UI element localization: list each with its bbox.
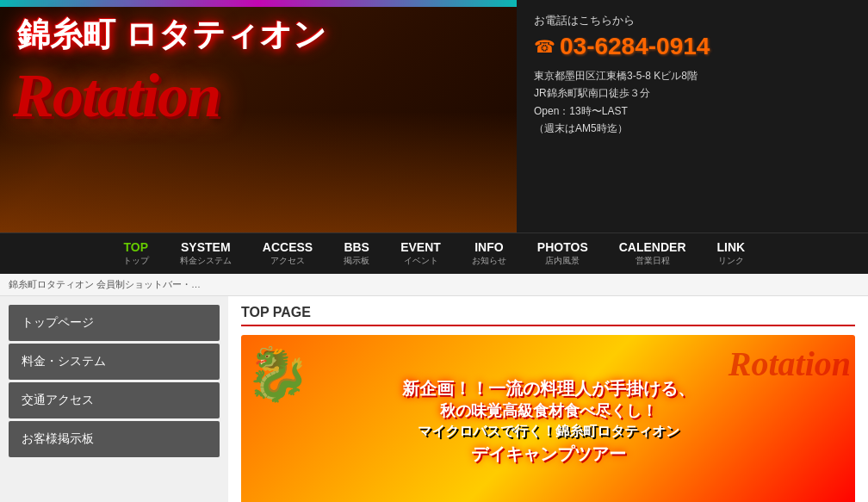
sidebar-item-label-access: 交通アクセス bbox=[22, 393, 94, 406]
logo-bg-bar bbox=[0, 0, 517, 7]
sidebar-item-bbs[interactable]: お客様掲示板 bbox=[9, 421, 220, 457]
logo-room-bg bbox=[0, 112, 517, 232]
phone-icon: ☎ bbox=[534, 36, 555, 57]
nav-sub-event: イベント bbox=[404, 255, 438, 267]
nav-item-top[interactable]: TOP トップ bbox=[108, 240, 164, 267]
nav-sub-bbs: 掲示板 bbox=[344, 255, 369, 267]
nav-label-info: INFO bbox=[474, 240, 503, 254]
address-line3: Open：13時〜LAST bbox=[534, 102, 851, 120]
banner-line2: 秋の味覚高級食材食べ尽くし！ bbox=[402, 400, 695, 422]
header-logo: 錦糸町 ロタティオン Rotation bbox=[0, 0, 517, 232]
sidebar-item-label-top: トップページ bbox=[22, 315, 94, 329]
sidebar-item-label-system: 料金・システム bbox=[22, 354, 106, 368]
address-line4: （週末はAM5時迄） bbox=[534, 120, 851, 137]
nav-label-bbs: BBS bbox=[344, 240, 369, 254]
banner: 🐉 新企画！！一流の料理人が手掛ける、 秋の味覚高級食材食べ尽くし！ マイクロバ… bbox=[241, 335, 855, 502]
sidebar: トップページ 料金・システム 交通アクセス お客様掲示板 bbox=[0, 296, 228, 502]
nav-item-calender[interactable]: CALENDER 営業日程 bbox=[604, 240, 702, 267]
address-line1: 東京都墨田区江東橋3-5-8 Kビル8階 bbox=[534, 67, 851, 84]
logo-title: 錦糸町 ロタティオン bbox=[17, 13, 326, 57]
nav-item-link[interactable]: LINK リンク bbox=[702, 240, 761, 267]
sidebar-item-access[interactable]: 交通アクセス bbox=[9, 382, 220, 418]
banner-line4: デイキャンプツアー bbox=[402, 442, 695, 466]
nav-item-system[interactable]: SYSTEM 料金システム bbox=[164, 240, 247, 267]
nav-sub-access: アクセス bbox=[270, 255, 305, 267]
sidebar-item-top[interactable]: トップページ bbox=[9, 305, 220, 341]
nav-label-event: EVENT bbox=[400, 240, 441, 254]
banner-logo-small: Rotation bbox=[728, 344, 851, 384]
address: 東京都墨田区江東橋3-5-8 Kビル8階 JR錦糸町駅南口徒歩３分 Open：1… bbox=[534, 67, 851, 138]
nav-label-top: TOP bbox=[124, 240, 149, 254]
banner-line3: マイクロバスで行く！錦糸町ロタティオン bbox=[402, 422, 695, 441]
nav-item-event[interactable]: EVENT イベント bbox=[385, 240, 456, 267]
nav-label-system: SYSTEM bbox=[181, 240, 231, 254]
nav-item-access[interactable]: ACCESS アクセス bbox=[247, 240, 328, 267]
content-area: TOP PAGE 🐉 新企画！！一流の料理人が手掛ける、 秋の味覚高級食材食べ尽… bbox=[228, 296, 868, 502]
breadcrumb: 錦糸町ロタティオン 会員制ショットバー・… bbox=[0, 274, 868, 296]
phone-row: ☎ 03-6284-0914 bbox=[534, 33, 851, 60]
banner-text: 新企画！！一流の料理人が手掛ける、 秋の味覚高級食材食べ尽くし！ マイクロバスで… bbox=[394, 368, 704, 474]
main-content: トップページ 料金・システム 交通アクセス お客様掲示板 TOP PAGE 🐉 … bbox=[0, 296, 868, 502]
banner-dragon-icon: 🐉 bbox=[245, 344, 310, 405]
content-title: TOP PAGE bbox=[241, 305, 855, 326]
sidebar-item-label-bbs: お客様掲示板 bbox=[22, 431, 94, 445]
address-line2: JR錦糸町駅南口徒歩３分 bbox=[534, 84, 851, 102]
nav-label-link: LINK bbox=[717, 240, 746, 254]
nav-label-access: ACCESS bbox=[263, 240, 313, 254]
breadcrumb-text: 錦糸町ロタティオン 会員制ショットバー・… bbox=[9, 279, 201, 289]
nav-sub-calender: 営業日程 bbox=[636, 255, 670, 267]
nav-sub-photos: 店内風景 bbox=[545, 255, 580, 267]
sidebar-item-system[interactable]: 料金・システム bbox=[9, 344, 220, 380]
header: 錦糸町 ロタティオン Rotation お電話はこちらから ☎ 03-6284-… bbox=[0, 0, 868, 232]
nav-sub-link: リンク bbox=[718, 255, 744, 267]
nav-sub-info: お知らせ bbox=[472, 255, 506, 267]
main-nav: TOP トップ SYSTEM 料金システム ACCESS アクセス BBS 掲示… bbox=[0, 232, 868, 274]
nav-item-photos[interactable]: PHOTOS 店内風景 bbox=[522, 240, 604, 267]
nav-item-bbs[interactable]: BBS 掲示板 bbox=[328, 240, 385, 267]
nav-item-info[interactable]: INFO お知らせ bbox=[456, 240, 522, 267]
nav-sub-top: トップ bbox=[123, 255, 149, 267]
header-info: お電話はこちらから ☎ 03-6284-0914 東京都墨田区江東橋3-5-8 … bbox=[517, 0, 868, 232]
nav-sub-system: 料金システム bbox=[180, 255, 232, 267]
phone-number[interactable]: 03-6284-0914 bbox=[560, 33, 710, 60]
call-label: お電話はこちらから bbox=[534, 13, 851, 28]
nav-label-photos: PHOTOS bbox=[537, 240, 588, 254]
banner-line1: 新企画！！一流の料理人が手掛ける、 bbox=[402, 376, 695, 400]
nav-label-calender: CALENDER bbox=[619, 240, 686, 254]
